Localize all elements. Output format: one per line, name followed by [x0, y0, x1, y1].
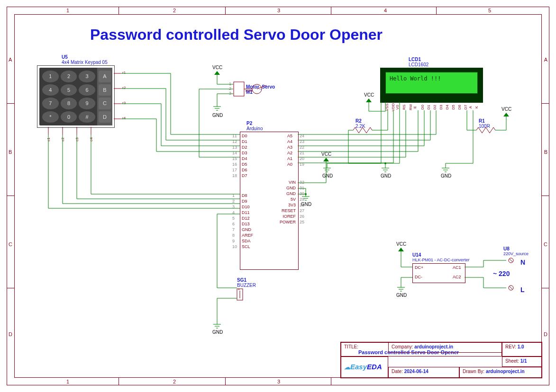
kp-c3-label: c3 [75, 137, 79, 141]
servo-pin1: 1 [229, 81, 231, 86]
arduino-name: Arduino [246, 126, 263, 131]
svg-text:+: + [238, 288, 240, 291]
conv-ac2: AC2 [453, 275, 461, 279]
key-d: D [99, 111, 111, 123]
key-hash: # [79, 111, 95, 123]
svg-line-11 [509, 286, 513, 290]
title-block: TITLE: Password controlled Servo Door Op… [340, 342, 542, 378]
tb-company-hdr: Company: [392, 344, 413, 349]
key-2: 2 [61, 71, 77, 82]
tb-title-hdr: TITLE: [344, 344, 358, 349]
easyeda-logo: ☁EasyEDA [344, 362, 382, 372]
source-terminals [506, 256, 516, 294]
kp-c4-label: c4 [89, 137, 93, 141]
tb-rev: 1.0 [518, 344, 524, 349]
gnd-3: GND [441, 173, 451, 178]
conv-ac1: AC1 [453, 265, 461, 270]
vcc-2: VCC [501, 107, 511, 112]
kp-r2-label: r2 [122, 86, 126, 90]
servo-symbol: PWM [233, 81, 276, 100]
key-4: 4 [42, 84, 59, 96]
svg-text:PWM: PWM [246, 89, 253, 92]
tb-date-hdr: Date: [392, 369, 403, 374]
kp-r4-label: r4 [122, 116, 126, 120]
key-7: 7 [42, 98, 59, 109]
key-5: 5 [61, 84, 77, 96]
tb-sheet: 1/1 [520, 358, 527, 364]
conv-ref: U14 [412, 252, 421, 258]
tb-drawn-hdr: Drawn By: [463, 369, 484, 374]
gnd-5: GND [212, 330, 223, 335]
vcc-4: VCC [396, 241, 406, 247]
r2-ref: R2 [355, 118, 362, 124]
gnd-1: GND [322, 173, 333, 178]
r1-ref: R1 [479, 118, 485, 124]
servo-vcc-label: VCC [212, 65, 222, 70]
keypad-ref: U5 [62, 54, 68, 60]
tb-sheet-hdr: Sheet: [505, 358, 519, 364]
conv-dcn: DC- [415, 275, 422, 279]
src-l: L [520, 286, 525, 294]
servo-pin3: 3 [229, 91, 231, 96]
tb-rev-hdr: REV: [505, 344, 516, 349]
keypad-name: 4x4 Matrix Keypad 05 [62, 60, 108, 65]
conv-dcp: DC+ [415, 265, 423, 270]
svg-line-9 [509, 258, 513, 262]
buzzer-ref: SG1 [237, 277, 246, 283]
key-9: 9 [79, 98, 95, 109]
kp-r1-label: r1 [122, 71, 126, 75]
keypad: 1 2 3 4 5 6 7 8 9 * 0 # A B C D [37, 65, 115, 128]
src-n: N [520, 258, 525, 266]
src-ref: U8 [503, 246, 510, 251]
servo-pin2: 2 [229, 86, 231, 91]
arduino-ref: P2 [246, 121, 252, 126]
gnd-2: GND [381, 173, 391, 178]
r1-val: 100R [479, 124, 490, 129]
r2-val: 2.2K [355, 124, 365, 129]
lcd-name: LCD1602 [409, 62, 428, 67]
gnd-6: GND [396, 293, 407, 298]
lcd-ref: LCD1 [409, 57, 421, 62]
key-star: * [42, 111, 59, 123]
key-c: C [99, 98, 111, 109]
key-1: 1 [42, 71, 59, 82]
keypad-side: A B C D [97, 68, 112, 125]
lcd-pins: VSS VDD V0 RS RW E D0 D1 D2 D3 D4 D5 D6 … [383, 105, 480, 111]
kp-c2-label: c2 [61, 137, 65, 141]
key-a: A [99, 71, 111, 82]
key-6: 6 [79, 84, 95, 96]
tb-date: 2024-06-14 [404, 369, 428, 374]
schematic-sheet: 1 2 3 4 5 1 2 3 A B C D A B C D Password… [0, 0, 556, 392]
svg-rect-0 [234, 82, 244, 96]
kp-r3-label: r3 [122, 101, 126, 105]
keypad-grid: 1 2 3 4 5 6 7 8 9 * 0 # [39, 68, 98, 125]
key-3: 3 [79, 71, 95, 82]
conv-name: HLK-PM01 - AC-DC-converter [412, 258, 470, 262]
tb-company: arduinoproject.in [414, 344, 453, 349]
tb-drawn: arduinoproject.in [486, 369, 525, 374]
key-b: B [99, 84, 111, 96]
vcc-1: VCC [364, 92, 374, 98]
servo-gnd-label: GND [212, 113, 223, 118]
page-title: Password controlled Servo Door Opener [90, 26, 383, 44]
lcd-screen: Hello World !!! [385, 72, 478, 94]
key-8: 8 [61, 98, 77, 109]
kp-c1-label: c1 [46, 137, 51, 141]
lcd-body: Hello World !!! [380, 68, 483, 103]
vcc-3: VCC [321, 151, 331, 157]
key-0: 0 [61, 111, 77, 123]
buzzer-symbol: + [236, 288, 246, 302]
buzzer-name: BUZZER [237, 283, 256, 288]
